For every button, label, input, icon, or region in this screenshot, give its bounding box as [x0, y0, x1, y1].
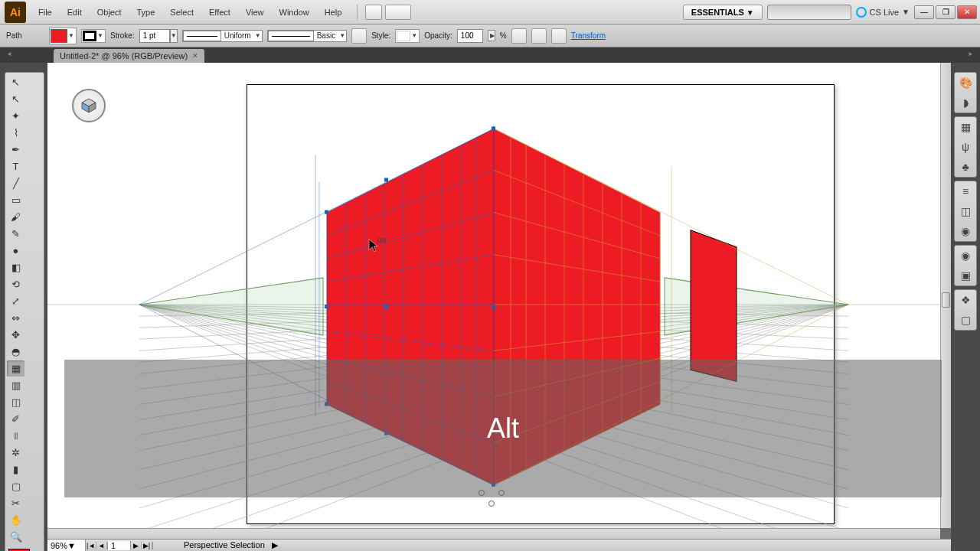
opacity-input[interactable]	[457, 29, 483, 43]
search-input[interactable]	[767, 5, 851, 20]
paintbrush-tool[interactable]: 🖌	[7, 209, 24, 225]
close-button[interactable]: ✕	[957, 5, 977, 19]
perspective-selection-tool[interactable]: ▦	[7, 360, 24, 377]
pencil-tool[interactable]: ✎	[7, 226, 24, 242]
rotate-tool[interactable]: ⟲	[7, 276, 24, 292]
swatches-panel-icon[interactable]: ▦	[958, 119, 973, 135]
layers-panel-icon[interactable]: ❖	[958, 292, 973, 308]
menu-type[interactable]: Type	[129, 3, 163, 21]
artboards-panel-icon[interactable]: ▢	[958, 312, 973, 328]
mesh-tool[interactable]: ▥	[7, 377, 24, 393]
free-transform-tool[interactable]: ✥	[7, 327, 24, 343]
hand-tool[interactable]: ✋	[7, 512, 24, 528]
svg-rect-86	[384, 305, 388, 308]
select-similar-icon[interactable]	[531, 28, 547, 44]
tab-close-icon[interactable]: ✕	[192, 52, 198, 60]
cslive-icon	[856, 7, 867, 18]
maximize-button[interactable]: ❐	[936, 5, 956, 19]
svg-text:on: on	[377, 235, 386, 244]
column-graph-tool[interactable]: ▮	[7, 461, 24, 478]
magic-wand-tool[interactable]: ✦	[7, 108, 24, 124]
next-artboard-button[interactable]: ▶	[131, 542, 142, 549]
symbol-sprayer-tool[interactable]: ✲	[7, 445, 24, 461]
artboard-tool[interactable]: ▢	[7, 478, 24, 494]
svg-rect-83	[325, 305, 328, 308]
zoom-level-input[interactable]: 96% ▼	[47, 540, 86, 551]
direct-selection-tool[interactable]: ↖	[7, 91, 24, 107]
opacity-label: Opacity:	[424, 31, 452, 40]
tools-panel: ↖ ↖ ✦ ⌇ ✒ T ╱ ▭ 🖌 ✎ ● ◧ ⟲ ⤢ ⇔ ✥ ◓ ▦ ▥ ◫ …	[5, 72, 44, 551]
cs-live-button[interactable]: CS Live ▼	[856, 7, 910, 18]
document-tab[interactable]: Untitled-2* @ 96% (RGB/Preview) ✕	[54, 49, 204, 63]
recolor-icon[interactable]	[511, 28, 527, 44]
menu-bar: Ai File Edit Object Type Select Effect V…	[0, 0, 980, 24]
workspace-switcher[interactable]: ESSENTIALS ▼	[683, 5, 763, 20]
blob-brush-tool[interactable]: ●	[7, 243, 24, 259]
opacity-unit: %	[500, 31, 507, 40]
align-icon[interactable]	[551, 28, 567, 44]
brush-options-icon[interactable]	[351, 28, 367, 44]
app-icon: Ai	[5, 2, 26, 23]
bridge-icon[interactable]	[365, 5, 382, 20]
lasso-tool[interactable]: ⌇	[7, 125, 24, 141]
slice-tool[interactable]: ✂	[7, 495, 24, 511]
grid-control-bottom[interactable]	[488, 500, 495, 507]
pen-tool[interactable]: ✒	[7, 142, 24, 158]
minimize-button[interactable]: —	[914, 5, 934, 19]
keypress-overlay: Alt	[64, 360, 942, 497]
vertical-scrollbar[interactable]	[940, 63, 951, 528]
menu-object[interactable]: Object	[90, 3, 129, 21]
type-tool[interactable]: T	[7, 158, 24, 174]
first-artboard-button[interactable]: |◄	[86, 542, 96, 549]
selection-type-label: Path	[6, 31, 44, 40]
menu-help[interactable]: Help	[317, 3, 350, 21]
transform-link[interactable]: Transform	[571, 31, 606, 40]
blend-tool[interactable]: ⫴	[7, 428, 24, 444]
color-guide-panel-icon[interactable]: ◗	[958, 95, 973, 110]
shape-builder-tool[interactable]: ◓	[7, 344, 24, 360]
stroke-profile-dropdown[interactable]: Uniform▼	[182, 30, 263, 42]
svg-marker-37	[691, 230, 737, 382]
menu-window[interactable]: Window	[272, 3, 317, 21]
stroke-panel-icon[interactable]: ≡	[958, 184, 973, 199]
horizontal-scrollbar[interactable]	[47, 528, 940, 539]
scale-tool[interactable]: ⤢	[7, 293, 24, 309]
svg-rect-89	[492, 305, 495, 308]
appearance-panel-icon[interactable]: ◉	[958, 248, 973, 263]
last-artboard-button[interactable]: ▶|	[142, 542, 152, 549]
graphic-style-dropdown[interactable]: ▼	[395, 29, 420, 43]
rectangle-tool[interactable]: ▭	[7, 192, 24, 208]
menu-effect[interactable]: Effect	[201, 3, 238, 21]
artboard-number-input[interactable]: 1	[108, 541, 131, 550]
menu-view[interactable]: View	[238, 3, 272, 21]
transparency-panel-icon[interactable]: ◉	[958, 223, 973, 239]
line-tool[interactable]: ╱	[7, 175, 24, 191]
gradient-panel-icon[interactable]: ◫	[958, 204, 973, 219]
document-tab-title: Untitled-2* @ 96% (RGB/Preview)	[60, 51, 188, 60]
symbols-panel-icon[interactable]: ♣	[958, 159, 973, 174]
gradient-tool[interactable]: ◫	[7, 394, 24, 410]
menu-file[interactable]: File	[31, 3, 60, 21]
menu-select[interactable]: Select	[162, 3, 201, 21]
zoom-tool[interactable]: 🔍	[7, 529, 24, 545]
graphic-styles-panel-icon[interactable]: ▣	[958, 268, 973, 283]
color-panel-icon[interactable]: 🎨	[958, 75, 973, 90]
stroke-color-picker[interactable]: ▼	[81, 29, 106, 43]
svg-rect-82	[325, 210, 328, 214]
selection-tool[interactable]: ↖	[7, 74, 24, 90]
status-bar: 96% ▼ |◄ ◄ 1 ▶ ▶| Perspective Selection …	[47, 539, 951, 551]
eyedropper-tool[interactable]: ✐	[7, 411, 24, 427]
perspective-plane-widget[interactable]	[72, 89, 106, 122]
svg-rect-85	[384, 178, 388, 181]
prev-artboard-button[interactable]: ◄	[96, 542, 107, 549]
brushes-panel-icon[interactable]: ψ	[958, 139, 973, 155]
stroke-weight-input[interactable]	[139, 29, 170, 43]
eraser-tool[interactable]: ◧	[7, 259, 24, 276]
arrange-docs-icon[interactable]	[385, 5, 411, 20]
fill-color-picker[interactable]: ▼	[49, 28, 77, 44]
brush-dropdown[interactable]: Basic▼	[267, 30, 347, 42]
document-tab-strip: Untitled-2* @ 96% (RGB/Preview) ✕	[0, 47, 980, 63]
width-tool[interactable]: ⇔	[7, 310, 24, 326]
menu-edit[interactable]: Edit	[60, 3, 90, 21]
current-tool-status: Perspective Selection ▶	[153, 540, 951, 550]
